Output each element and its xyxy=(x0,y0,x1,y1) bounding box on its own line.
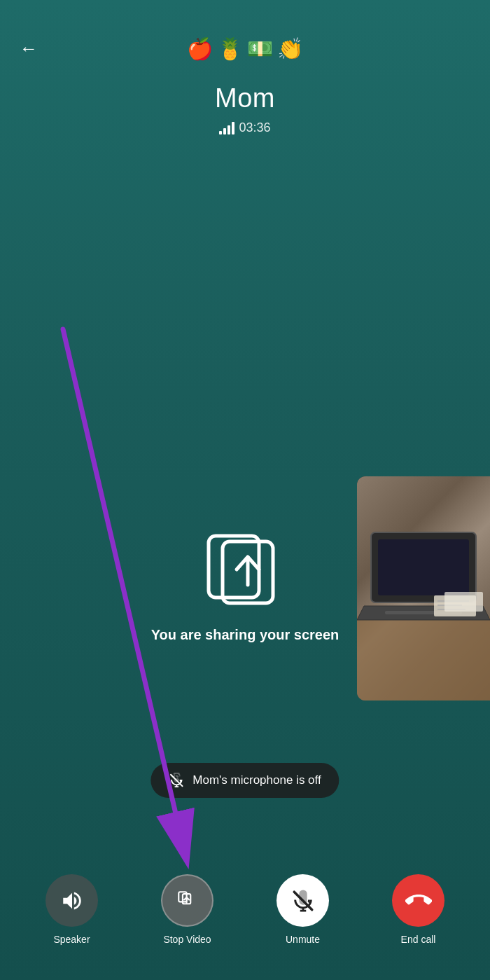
svg-rect-11 xyxy=(444,592,483,612)
speaker-button[interactable] xyxy=(46,874,98,927)
call-status: 03:36 xyxy=(215,120,275,135)
unmute-button[interactable] xyxy=(276,874,329,927)
emoji-row: 🍎 🍍 💵 👏 xyxy=(20,36,470,61)
mic-off-icon xyxy=(169,773,184,788)
signal-bars-icon xyxy=(219,122,234,134)
header: ← 🍎 🍍 💵 👏 xyxy=(0,0,490,61)
share-screen-icon xyxy=(203,529,287,606)
bottom-controls: Speaker Stop Video xyxy=(0,874,490,980)
call-timer: 03:36 xyxy=(239,120,270,135)
signal-bar-2 xyxy=(223,128,226,134)
caller-name: Mom xyxy=(215,83,275,113)
stop-video-icon xyxy=(176,889,200,913)
speaker-label: Speaker xyxy=(53,934,90,945)
screen-share-area: You are sharing your screen xyxy=(151,191,340,980)
end-call-label: End call xyxy=(401,934,436,945)
signal-bar-1 xyxy=(219,131,222,134)
svg-rect-3 xyxy=(357,616,490,701)
emoji-1: 🍎 xyxy=(187,36,213,61)
svg-rect-5 xyxy=(378,539,469,595)
emoji-2: 🍍 xyxy=(217,36,243,61)
end-call-control[interactable]: End call xyxy=(392,874,444,945)
unmute-label: Unmute xyxy=(286,934,320,945)
call-screen: ← 🍎 🍍 💵 👏 Mom 03:36 xyxy=(0,0,490,980)
stop-video-control[interactable]: Stop Video xyxy=(161,874,214,945)
end-call-icon xyxy=(405,888,432,914)
unmute-icon xyxy=(291,889,315,913)
share-screen-text: You are sharing your screen xyxy=(151,627,340,643)
stop-video-button[interactable] xyxy=(161,874,214,927)
unmute-control[interactable]: Unmute xyxy=(276,874,329,945)
emoji-4: 👏 xyxy=(277,36,303,61)
speaker-icon xyxy=(60,889,84,913)
svg-rect-0 xyxy=(209,536,259,598)
emoji-3: 💵 xyxy=(247,36,273,61)
video-feed xyxy=(357,476,490,701)
speaker-control[interactable]: Speaker xyxy=(46,874,98,945)
caller-info: Mom 03:36 xyxy=(215,83,275,135)
end-call-button[interactable] xyxy=(392,874,444,927)
mic-status-text: Mom's microphone is off xyxy=(192,773,321,787)
back-button[interactable]: ← xyxy=(20,38,38,60)
video-thumbnail xyxy=(357,476,490,701)
stop-video-label: Stop Video xyxy=(163,934,211,945)
signal-bar-4 xyxy=(232,122,234,134)
mic-status-banner: Mom's microphone is off xyxy=(150,763,339,798)
signal-bar-3 xyxy=(227,125,230,134)
